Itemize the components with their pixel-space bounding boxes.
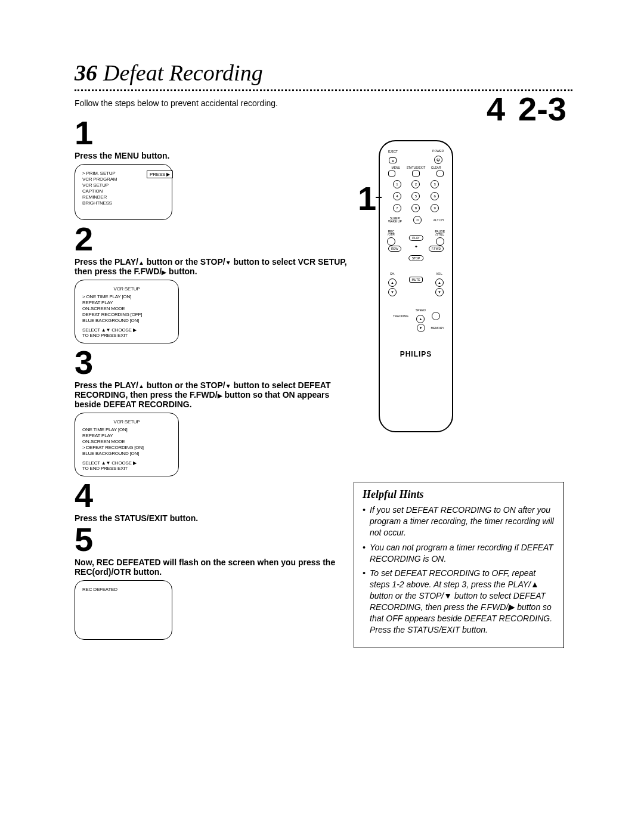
vol-down-button[interactable]: ▼	[435, 288, 444, 296]
step-5-number: 5	[75, 523, 349, 556]
menu-line: DEFEAT RECORDING [OFF]	[82, 312, 171, 318]
rew-button[interactable]: REW	[388, 246, 401, 252]
step-3-text: Press the PLAY/ button or the STOP/ butt…	[75, 380, 349, 409]
ch-up-button[interactable]: ▲	[388, 278, 397, 287]
step-2-text-d: button.	[166, 267, 197, 276]
menu-line: BRIGHTNESS	[82, 200, 165, 206]
triangle-up-icon	[138, 380, 144, 390]
mute-button[interactable]: MUTE	[409, 277, 422, 283]
digit-6[interactable]: 6	[431, 192, 439, 200]
step-1-number: 1	[75, 116, 349, 150]
dpad-cluster: REC/OTR PAUSE/STILL PLAY REW F.FWD ✦ STO…	[385, 227, 447, 268]
screen-footer: SELECT ▲▼ CHOOSE ▶	[82, 460, 171, 466]
clear-button[interactable]	[436, 171, 444, 176]
menu-line: REPEAT PLAY	[82, 300, 171, 306]
triangle-right-icon	[218, 390, 222, 400]
step-2-text: Press the PLAY/ button or the STOP/ butt…	[75, 257, 349, 276]
callout-1: 1	[358, 179, 376, 218]
vol-up-button[interactable]: ▲	[435, 278, 444, 287]
wakeup-label: WAKE UP	[388, 219, 402, 223]
still-label: /STILL	[435, 233, 444, 236]
ffwd-button[interactable]: F.FWD	[429, 246, 444, 252]
hint-item: You can not program a timer recording if…	[363, 542, 555, 565]
tracking-up-button[interactable]: ▲	[416, 315, 425, 323]
page-header: 36 Defeat Recording	[75, 60, 572, 86]
hint-item: If you set DEFEAT RECORDING to ON after …	[363, 504, 555, 538]
ch-label: CH.	[388, 272, 397, 275]
onscreen-menu-1: PRESS ▶ > PRIM. SETUP VCR PROGRAM VCR SE…	[75, 164, 172, 220]
digit-0[interactable]: 0	[413, 216, 422, 224]
menu-line: BLUE BACKGROUND [ON]	[82, 451, 171, 457]
menu-line: ON-SCREEN MODE	[82, 439, 171, 445]
statusexit-label: STATUS/EXIT	[406, 166, 426, 169]
step-2-number: 2	[75, 222, 349, 256]
step-3-text-a: Press the PLAY/	[75, 380, 138, 390]
hints-list: If you set DEFEAT RECORDING to ON after …	[363, 504, 555, 636]
brand-logo: PHILIPS	[385, 350, 447, 358]
screen-footer: SELECT ▲▼ CHOOSE ▶	[82, 327, 171, 333]
digit-4[interactable]: 4	[393, 192, 401, 200]
digit-1[interactable]: 1	[393, 180, 401, 188]
step-1-text: Press the MENU button.	[75, 151, 349, 160]
screen-footer: TO END PRESS EXIT	[82, 466, 171, 471]
hints-title: Helpful Hints	[363, 488, 555, 501]
step-4-number: 4	[75, 479, 349, 512]
triangle-up-icon	[138, 257, 144, 267]
menu-line: CAPTION	[82, 188, 165, 194]
onscreen-menu-2: VCR SETUP > ONE TIME PLAY [ON] REPEAT PL…	[75, 280, 179, 343]
screen-title: VCR SETUP	[82, 286, 171, 292]
pause-button[interactable]	[436, 237, 444, 246]
menu-line: > ONE TIME PLAY [ON]	[82, 294, 171, 300]
step-2-text-a: Press the PLAY/	[75, 257, 138, 267]
eject-button[interactable]: ▲	[389, 157, 397, 163]
ch-down-button[interactable]: ▼	[388, 288, 397, 296]
stop-button[interactable]: STOP	[408, 255, 424, 261]
speed-label: SPEED	[416, 308, 426, 312]
number-pad: 1 2 3 4 5 6 7 8 9	[392, 180, 440, 212]
menu-line: ONE TIME PLAY [ON]	[82, 427, 171, 433]
remote-control-diagram: EJECT ▲ POWER ⏻ MENU STATUS/EXIT CLEAR 1…	[379, 140, 453, 432]
tracking-label: TRACKING	[392, 314, 410, 318]
menu-line: ON-SCREEN MODE	[82, 306, 171, 312]
clear-label: CLEAR	[426, 166, 446, 169]
digit-9[interactable]: 9	[431, 204, 439, 212]
page-number: 36	[75, 60, 97, 86]
memory-label: MEMORY	[431, 326, 439, 330]
menu-line: REPEAT PLAY	[82, 433, 171, 439]
power-button[interactable]: ⏻	[434, 156, 442, 164]
onscreen-menu-4: REC DEFEATED	[75, 580, 172, 640]
digit-5[interactable]: 5	[411, 192, 420, 200]
menu-line: > DEFEAT RECORDING [ON]	[82, 445, 171, 451]
digit-3[interactable]: 3	[431, 180, 439, 188]
power-label: POWER	[432, 149, 444, 153]
digit-8[interactable]: 8	[411, 204, 420, 212]
digit-2[interactable]: 2	[411, 180, 420, 188]
step-5-text: Now, REC DEFEATED will flash on the scre…	[75, 558, 349, 577]
altch-label: ALT CH	[434, 218, 444, 222]
rec-button[interactable]	[387, 237, 395, 246]
triangle-down-icon	[225, 380, 231, 390]
step-callouts-top: 4 2-3	[487, 89, 566, 128]
rec-defeated-line: REC DEFEATED	[82, 587, 165, 593]
page-title: Defeat Recording	[103, 60, 263, 86]
statusexit-button[interactable]	[412, 171, 419, 176]
triangle-down-icon	[225, 257, 231, 267]
step-4-text: Press the STATUS/EXIT button.	[75, 513, 349, 523]
menu-line: REMINDER	[82, 194, 165, 200]
tracking-down-button[interactable]: ▼	[417, 324, 425, 332]
vol-label: VOL.	[435, 272, 444, 275]
menu-line: BLUE BACKGROUND [ON]	[82, 318, 171, 324]
digit-7[interactable]: 7	[393, 204, 401, 212]
eject-label: EJECT	[388, 150, 398, 153]
screen-footer: TO END PRESS EXIT	[82, 333, 171, 338]
menu-button[interactable]	[388, 171, 395, 176]
callout-4: 4	[487, 89, 505, 128]
steps-column: 1 Press the MENU button. PRESS ▶ > PRIM.…	[75, 116, 349, 640]
memory-button[interactable]	[432, 312, 440, 320]
step-3-number: 3	[75, 346, 349, 379]
otr-label: /OTR	[388, 233, 395, 236]
press-indicator: PRESS ▶	[147, 171, 173, 178]
play-button[interactable]: PLAY	[408, 235, 423, 241]
dpad-arrows-icon: ✦	[414, 244, 418, 249]
helpful-hints-box: Helpful Hints If you set DEFEAT RECORDIN…	[354, 482, 564, 648]
